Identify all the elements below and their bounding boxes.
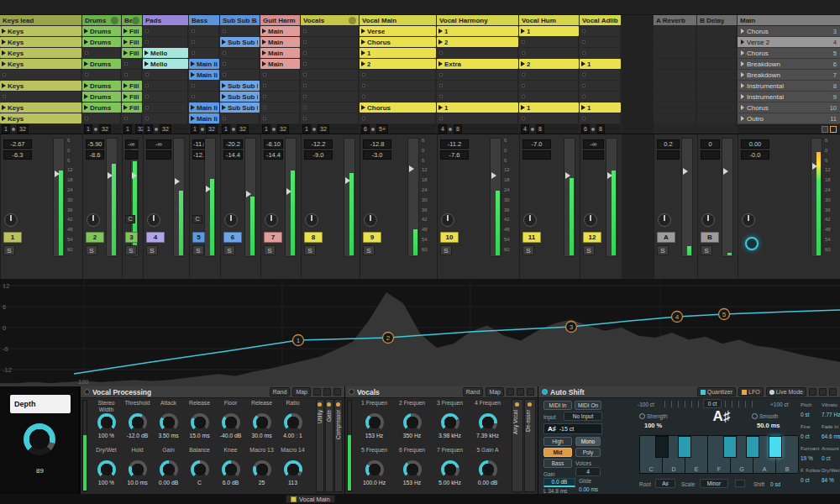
device-on-toggle[interactable] bbox=[349, 389, 354, 395]
macro-knob[interactable] bbox=[441, 460, 459, 479]
fader-handle[interactable] bbox=[565, 172, 570, 179]
clip-fill[interactable]: Fill bbox=[122, 48, 142, 58]
empty-clip-slot[interactable] bbox=[260, 70, 300, 80]
macro-knob[interactable] bbox=[222, 413, 240, 432]
clip-drums[interactable]: Drums bbox=[82, 26, 121, 36]
empty-clip-slot[interactable] bbox=[580, 113, 621, 123]
volume-fader[interactable] bbox=[490, 138, 501, 257]
rand-button[interactable]: Rand bbox=[270, 387, 291, 396]
meter-peak-value[interactable]: -11.2 bbox=[440, 139, 469, 149]
macro-value[interactable]: 3.50 ms bbox=[153, 433, 184, 438]
clip-keys[interactable]: Keys bbox=[0, 48, 81, 58]
macro-knob[interactable] bbox=[129, 460, 147, 479]
macro-value[interactable]: -12.0 dB bbox=[122, 433, 153, 438]
macro-knob[interactable] bbox=[403, 460, 422, 479]
clip-drums[interactable]: Drums bbox=[82, 37, 121, 47]
clip-play-icon[interactable] bbox=[123, 105, 128, 110]
stop-dot-icon[interactable] bbox=[531, 128, 534, 131]
meter-peak-value[interactable]: -12.8 bbox=[363, 139, 391, 149]
macro-knob[interactable] bbox=[191, 460, 209, 479]
meter-peak-value[interactable]: -∞ bbox=[583, 139, 604, 149]
stop-dot-icon[interactable] bbox=[449, 128, 452, 131]
track-activator[interactable]: B bbox=[701, 232, 719, 243]
clip-fill[interactable]: Fill bbox=[122, 81, 142, 91]
empty-clip-slot[interactable] bbox=[189, 48, 219, 58]
collapsed-device-gate[interactable]: Gate bbox=[325, 399, 333, 492]
voices-select[interactable]: 4 bbox=[575, 467, 601, 476]
track-activator[interactable]: 8 bbox=[304, 232, 323, 243]
fader-handle[interactable] bbox=[246, 191, 251, 197]
empty-clip-slot[interactable] bbox=[301, 26, 359, 36]
pan-knob[interactable] bbox=[701, 213, 715, 227]
param-value[interactable]: 7.77 Hz bbox=[822, 410, 840, 421]
scale-select[interactable]: Minor bbox=[700, 479, 728, 488]
clip-main[interactable]: Main bbox=[260, 48, 300, 58]
track-header-drums[interactable]: Drums bbox=[82, 15, 121, 25]
pan-knob[interactable] bbox=[4, 213, 18, 227]
empty-clip-slot[interactable] bbox=[437, 92, 518, 102]
empty-clip-slot[interactable] bbox=[301, 37, 359, 47]
scene-play-icon[interactable] bbox=[741, 116, 744, 121]
macro-knob[interactable] bbox=[97, 460, 116, 479]
clip-2[interactable]: 2 bbox=[437, 37, 518, 47]
clip-play-icon[interactable] bbox=[262, 50, 266, 55]
empty-clip-slot[interactable] bbox=[519, 81, 579, 91]
fader-handle[interactable] bbox=[175, 178, 180, 185]
volume-value[interactable]: -12.1 bbox=[192, 150, 205, 160]
macro-knob[interactable] bbox=[479, 460, 497, 479]
clip-play-icon[interactable] bbox=[438, 61, 443, 66]
stop-dot-icon[interactable] bbox=[155, 128, 158, 131]
track-header-pads[interactable]: Pads bbox=[143, 15, 188, 25]
midi-on-button[interactable]: MIDI On bbox=[575, 401, 601, 410]
clip-sub-sub-ba[interactable]: Sub Sub Ba bbox=[220, 81, 260, 91]
clip-fill[interactable]: Fill bbox=[122, 26, 142, 36]
volume-value[interactable]: -6.3 bbox=[3, 150, 32, 160]
empty-clip-slot[interactable] bbox=[122, 70, 142, 80]
track-header-bass[interactable]: Bass bbox=[189, 15, 219, 25]
device-header[interactable]: Auto Shift Quantizer LFO Live Mode bbox=[538, 386, 840, 398]
macro-value[interactable]: -40.0 dB bbox=[215, 433, 246, 438]
clip-fill[interactable]: Fill bbox=[122, 102, 142, 113]
fader-handle[interactable] bbox=[108, 172, 113, 179]
macro-knob[interactable] bbox=[222, 460, 240, 479]
meter-peak-value[interactable]: -2.67 bbox=[3, 139, 32, 149]
empty-clip-slot[interactable] bbox=[301, 70, 359, 80]
macro-value[interactable]: 113 bbox=[277, 480, 308, 486]
track-activator[interactable]: A bbox=[657, 232, 675, 243]
clip-play-icon[interactable] bbox=[84, 29, 88, 34]
macro-value[interactable]: 100 % bbox=[91, 433, 122, 438]
track-activator[interactable]: 12 bbox=[583, 232, 601, 243]
show-macros-icon[interactable] bbox=[507, 388, 514, 396]
clip-play-icon[interactable] bbox=[361, 50, 365, 55]
track-activator[interactable]: 7 bbox=[264, 232, 282, 243]
macro-knob[interactable] bbox=[160, 460, 178, 479]
key-f[interactable] bbox=[723, 436, 737, 458]
clip-main[interactable]: Main bbox=[260, 59, 300, 69]
empty-clip-slot[interactable] bbox=[519, 70, 579, 80]
solo-button[interactable]: S bbox=[146, 245, 158, 255]
track-activator[interactable]: 6 bbox=[223, 232, 242, 243]
clip-play-icon[interactable] bbox=[2, 39, 6, 45]
clip-play-icon[interactable] bbox=[262, 61, 266, 66]
main-track-header[interactable]: Main bbox=[738, 15, 840, 25]
unfold-group-icon[interactable] bbox=[132, 17, 139, 24]
clip-play-icon[interactable] bbox=[84, 61, 88, 66]
macro-knob[interactable] bbox=[129, 413, 147, 432]
clip-drums[interactable]: Drums bbox=[82, 59, 121, 69]
solo-button[interactable]: S bbox=[192, 245, 204, 255]
hot-swap-icon[interactable] bbox=[819, 388, 827, 396]
empty-clip-slot[interactable] bbox=[580, 48, 621, 58]
meter-peak-value[interactable]: -5.90 bbox=[86, 139, 104, 149]
fold-device-icon[interactable] bbox=[333, 388, 341, 396]
stop-all-clips-button[interactable] bbox=[822, 126, 828, 133]
clip-sub-sub-ba[interactable]: Sub Sub Ba bbox=[220, 92, 260, 102]
clip-1[interactable]: 1 bbox=[360, 48, 436, 58]
solo-button[interactable]: S bbox=[440, 245, 452, 255]
clip-main[interactable]: Main bbox=[260, 37, 300, 47]
clip-1[interactable]: 1 bbox=[580, 102, 621, 113]
macro-value[interactable]: 30.0 ms bbox=[246, 433, 277, 438]
track-activator[interactable]: 11 bbox=[522, 232, 541, 243]
param-value[interactable]: 0 ct bbox=[801, 475, 821, 486]
meter-peak-value[interactable]: 0.00 bbox=[741, 139, 769, 149]
scene-play-icon[interactable] bbox=[741, 29, 744, 34]
